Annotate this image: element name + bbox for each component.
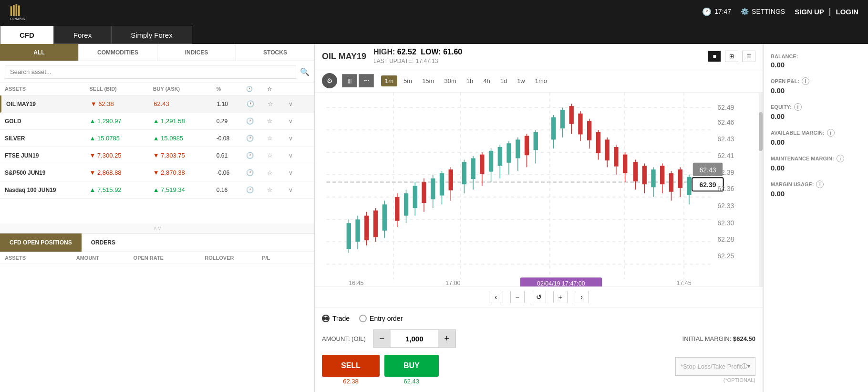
search-icon[interactable]: 🔍 bbox=[300, 67, 310, 76]
asset-row[interactable]: FTSE JUN19 ▼ 7,300.25 ▼ 7,303.75 0.61 🕐 … bbox=[0, 147, 314, 164]
expand-icon[interactable]: ∨ bbox=[289, 118, 310, 125]
equity-item: EQUITY: i 0.00 bbox=[771, 103, 861, 120]
asset-row[interactable]: OIL MAY19 ▼ 62.38 62.43 1.10 🕐 ☆ ∨ bbox=[0, 95, 314, 113]
maintenance-margin-info-icon[interactable]: i bbox=[837, 155, 844, 162]
chart-scrollbar[interactable] bbox=[759, 93, 763, 286]
chart-view-grid[interactable]: ⊞ bbox=[725, 51, 738, 62]
chart-settings-button[interactable]: ⚙ bbox=[322, 73, 337, 88]
svg-rect-59 bbox=[525, 136, 529, 156]
expand-icon[interactable]: ∨ bbox=[289, 135, 310, 142]
expand-icon[interactable]: ∨ bbox=[289, 187, 310, 193]
cat-tab-indices[interactable]: INDICES bbox=[157, 44, 236, 61]
chart-type-line[interactable]: 〜 bbox=[359, 74, 374, 87]
tab-orders[interactable]: ORDERS bbox=[82, 233, 125, 252]
equity-info-icon[interactable]: i bbox=[794, 103, 802, 111]
svg-rect-75 bbox=[605, 139, 609, 160]
amount-row: AMOUNT: (OIL) − + INITIAL MARGIN: $624.5… bbox=[322, 329, 755, 348]
alert-icon[interactable]: 🕐 bbox=[246, 169, 267, 176]
svg-rect-83 bbox=[642, 166, 647, 184]
tf-30m[interactable]: 30m bbox=[440, 75, 460, 86]
expand-icon[interactable]: ∨ bbox=[289, 101, 310, 107]
tf-5m[interactable]: 5m bbox=[400, 75, 416, 86]
signup-button[interactable]: SIGN UP bbox=[795, 8, 824, 16]
open-pl-item: OPEN P&L: i 0.00 bbox=[771, 77, 861, 95]
svg-rect-65 bbox=[560, 110, 565, 128]
tab-cfd[interactable]: CFD bbox=[0, 26, 54, 44]
tf-1mo[interactable]: 1mo bbox=[531, 75, 551, 86]
available-margin-info-icon[interactable]: i bbox=[827, 129, 835, 137]
cat-tab-stocks[interactable]: STOCKS bbox=[236, 44, 314, 61]
expand-icon[interactable]: ∨ bbox=[289, 152, 310, 159]
margin-usage-info-icon[interactable]: i bbox=[816, 180, 824, 188]
svg-rect-61 bbox=[534, 132, 538, 150]
maintenance-margin-label: MAINTENANCE MARGIN: i bbox=[771, 155, 861, 162]
amount-input[interactable] bbox=[391, 330, 438, 347]
stop-loss-input[interactable]: *Stop Loss/Take Profit ⓘ ▾ bbox=[675, 357, 755, 376]
sell-button[interactable]: SELL bbox=[322, 355, 380, 377]
svg-rect-0 bbox=[10, 6, 12, 16]
tf-4h[interactable]: 4h bbox=[479, 75, 494, 86]
amount-increase-button[interactable]: + bbox=[438, 330, 455, 347]
cat-tab-commodities[interactable]: COMMODITIES bbox=[79, 44, 157, 61]
chart-zoom-out-button[interactable]: − bbox=[510, 291, 525, 303]
left-panel: ALL COMMODITIES INDICES STOCKS 🔍 ASSETS … bbox=[0, 44, 315, 392]
open-pl-info-icon[interactable]: i bbox=[802, 77, 809, 85]
star-icon[interactable]: ☆ bbox=[267, 135, 288, 142]
asset-row[interactable]: SILVER ▲ 15.0785 ▲ 15.0985 -0.08 🕐 ☆ ∨ bbox=[0, 130, 314, 147]
main-content: ALL COMMODITIES INDICES STOCKS 🔍 ASSETS … bbox=[0, 44, 868, 392]
chart-view-solid[interactable]: ■ bbox=[708, 51, 721, 62]
category-tabs: ALL COMMODITIES INDICES STOCKS bbox=[0, 44, 314, 61]
login-button[interactable]: LOGIN bbox=[836, 8, 859, 16]
tab-forex[interactable]: Forex bbox=[54, 26, 111, 44]
search-area: 🔍 bbox=[0, 61, 314, 83]
svg-text:16:45: 16:45 bbox=[349, 280, 363, 286]
svg-rect-2 bbox=[16, 4, 18, 16]
chart-type-candle[interactable]: ||| bbox=[342, 74, 357, 87]
chart-zoom-in-button[interactable]: + bbox=[553, 291, 568, 303]
buy-button[interactable]: BUY bbox=[384, 355, 439, 377]
settings-area[interactable]: ⚙️ SETTINGS bbox=[741, 8, 785, 15]
asset-name: Nasdaq 100 JUN19 bbox=[5, 187, 90, 193]
chart-scrollbar-thumb[interactable] bbox=[759, 112, 763, 151]
asset-row[interactable]: GOLD ▲ 1,290.97 ▲ 1,291.58 0.29 🕐 ☆ ∨ bbox=[0, 113, 314, 130]
sell-price: ▼ 62.38 bbox=[91, 100, 154, 107]
tf-1d[interactable]: 1d bbox=[496, 75, 511, 86]
chart-refresh-button[interactable]: ↺ bbox=[532, 291, 546, 303]
chart-prev-button[interactable]: ‹ bbox=[489, 291, 503, 303]
alert-icon[interactable]: 🕐 bbox=[246, 186, 267, 193]
star-icon[interactable]: ☆ bbox=[267, 117, 288, 125]
star-icon[interactable]: ☆ bbox=[267, 152, 288, 159]
star-icon[interactable]: ☆ bbox=[267, 169, 288, 176]
star-icon[interactable]: ☆ bbox=[267, 186, 288, 193]
alert-icon[interactable]: 🕐 bbox=[246, 117, 267, 125]
amount-stepper: − + bbox=[373, 329, 456, 348]
pct: 0.29 bbox=[217, 118, 246, 125]
chart-view-list[interactable]: ☰ bbox=[742, 51, 755, 62]
asset-row[interactable]: S&P500 JUN19 ▼ 2,868.88 ▼ 2,870.38 -0.06… bbox=[0, 164, 314, 181]
expand-icon[interactable]: ∨ bbox=[289, 170, 310, 176]
alert-icon[interactable]: 🕐 bbox=[246, 152, 267, 159]
alert-icon[interactable]: 🕐 bbox=[247, 100, 268, 107]
svg-text:17:00: 17:00 bbox=[445, 280, 460, 286]
margin-value: $624.50 bbox=[733, 335, 755, 342]
star-icon[interactable]: ☆ bbox=[268, 100, 289, 107]
tab-open-positions[interactable]: CFD OPEN POSITIONS bbox=[0, 233, 82, 252]
tf-1m[interactable]: 1m bbox=[381, 75, 397, 86]
asset-row[interactable]: Nasdaq 100 JUN19 ▲ 7,515.92 ▲ 7,519.34 0… bbox=[0, 181, 314, 199]
chart-next-button[interactable]: › bbox=[575, 291, 589, 303]
tab-simply-forex[interactable]: Simply Forex bbox=[111, 26, 192, 44]
svg-rect-49 bbox=[480, 155, 484, 174]
svg-rect-87 bbox=[660, 166, 664, 184]
low-label: LOW: bbox=[421, 48, 441, 56]
tf-15m[interactable]: 15m bbox=[418, 75, 438, 86]
nav-right: 🕐 17:47 ⚙️ SETTINGS SIGN UP | LOGIN bbox=[702, 7, 858, 17]
cat-tab-all[interactable]: ALL bbox=[0, 44, 79, 61]
radio-trade[interactable]: Trade bbox=[322, 315, 350, 322]
search-input[interactable] bbox=[5, 65, 296, 79]
alert-icon[interactable]: 🕐 bbox=[246, 135, 267, 142]
amount-decrease-button[interactable]: − bbox=[373, 330, 391, 347]
tf-1w[interactable]: 1w bbox=[513, 75, 529, 86]
center-panel: OIL MAY19 HIGH: 62.52 LOW: 61.60 LAST UP… bbox=[315, 44, 763, 392]
radio-entry-order[interactable]: Entry order bbox=[359, 315, 403, 322]
tf-1h[interactable]: 1h bbox=[463, 75, 477, 86]
